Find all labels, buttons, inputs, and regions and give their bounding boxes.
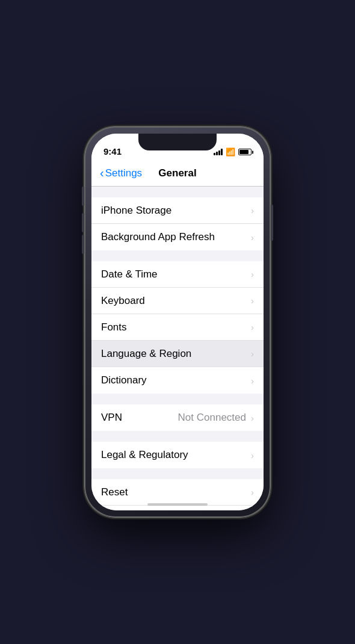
phone-frame: 9:41 📶 ‹ Settings General [84,126,271,518]
section-gap-1 [91,250,264,261]
chevron-icon: › [251,348,254,359]
keyboard-right: › [248,296,254,306]
fonts-label: Fonts [101,321,127,333]
reset-label: Reset [101,486,128,498]
language-region-label: Language & Region [101,348,191,360]
date-time-right: › [248,269,254,279]
keyboard-row[interactable]: Keyboard › [91,288,264,314]
settings-scroll-area[interactable]: iPhone Storage › Background App Refresh … [91,187,264,510]
language-region-row[interactable]: Language & Region › [91,341,264,367]
chevron-icon: › [251,322,254,332]
language-region-right: › [248,348,254,359]
back-button[interactable]: ‹ Settings [100,167,142,179]
background-app-refresh-right: › [248,232,254,243]
vpn-row[interactable]: VPN Not Connected › [91,404,264,431]
chevron-icon: › [251,376,254,386]
chevron-icon: › [251,296,254,306]
dictionary-row[interactable]: Dictionary › [91,367,264,394]
datetime-section: Date & Time › Keyboard › Fonts › [91,261,264,394]
chevron-icon: › [251,450,254,460]
section-gap-4 [91,468,264,479]
iphone-storage-row[interactable]: iPhone Storage › [91,197,264,224]
phone-screen: 9:41 📶 ‹ Settings General [91,134,264,510]
wifi-icon: 📶 [226,147,235,156]
dictionary-right: › [248,376,254,386]
legal-regulatory-row[interactable]: Legal & Regulatory › [91,442,264,468]
legal-section: Legal & Regulatory › [91,442,264,468]
iphone-storage-right: › [248,205,254,215]
chevron-icon: › [251,232,254,243]
navigation-bar: ‹ Settings General [91,160,264,187]
reset-right: › [248,487,254,497]
section-gap-2 [91,394,264,404]
status-icons: 📶 [214,147,252,156]
chevron-icon: › [251,413,254,423]
chevron-icon: › [251,269,254,279]
battery-icon [238,149,252,155]
shut-down-row[interactable]: Shut Down [91,506,264,510]
status-time: 9:41 [103,146,122,156]
chevron-icon: › [251,487,254,497]
home-indicator [147,503,208,506]
background-app-refresh-row[interactable]: Background App Refresh › [91,224,264,250]
background-app-refresh-label: Background App Refresh [101,231,215,243]
vpn-value: Not Connected [178,412,246,424]
legal-regulatory-label: Legal & Regulatory [101,449,188,461]
dictionary-label: Dictionary [101,374,147,386]
chevron-icon: › [251,205,254,215]
section-gap-3 [91,431,264,442]
vpn-section: VPN Not Connected › [91,404,264,431]
date-time-row[interactable]: Date & Time › [91,261,264,288]
iphone-storage-label: iPhone Storage [101,205,171,217]
storage-section: iPhone Storage › Background App Refresh … [91,197,264,250]
reset-section: Reset › Shut Down [91,479,264,510]
notch [138,134,217,150]
keyboard-label: Keyboard [101,295,145,307]
back-chevron-icon: ‹ [100,167,104,179]
reset-row[interactable]: Reset › [91,479,264,506]
fonts-row[interactable]: Fonts › [91,314,264,341]
legal-regulatory-right: › [248,450,254,460]
section-gap-top [91,187,264,197]
fonts-right: › [248,322,254,332]
signal-icon [214,149,223,155]
vpn-right: Not Connected › [178,412,254,424]
page-title: General [158,167,196,179]
date-time-label: Date & Time [101,268,158,280]
vpn-label: VPN [101,412,122,424]
back-label: Settings [105,167,142,179]
